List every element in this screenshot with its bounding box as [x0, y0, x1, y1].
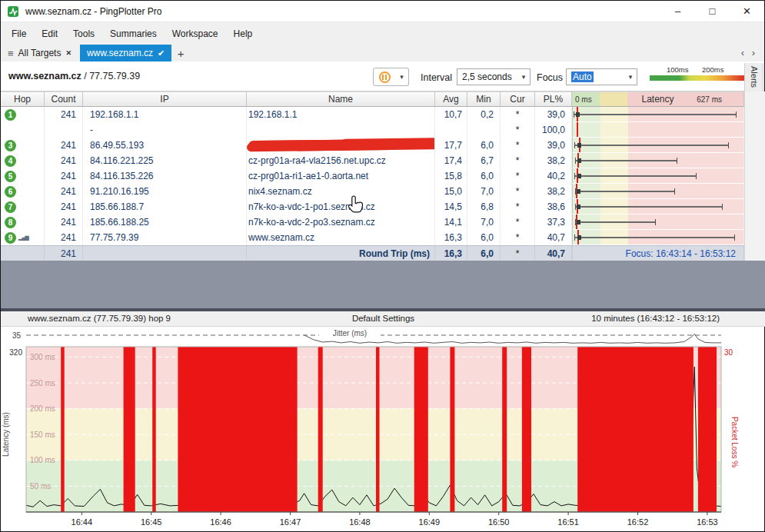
svg-text:16:47: 16:47	[280, 517, 301, 527]
packet-loss-cell: 38,6	[535, 199, 572, 214]
alerts-panel-tab[interactable]: Alerts	[744, 63, 763, 92]
hop-number-badge: 4	[5, 155, 16, 167]
window-title: www.seznam.cz - PingPlotter Pro	[25, 6, 161, 17]
packet-loss-cell: 40,2	[535, 168, 572, 184]
hop-cell: 9▂▄▆	[1, 230, 45, 245]
tab-scroll-right-icon[interactable]: ›	[752, 47, 755, 58]
tab-scroll-left-icon[interactable]: ‹	[741, 47, 744, 58]
window-controls: – □ ✕	[660, 1, 764, 22]
col-header-ip[interactable]: IP	[83, 91, 247, 107]
legend-200ms-label: 200ms	[702, 65, 724, 74]
col-header-name[interactable]: Name	[247, 91, 435, 107]
tab-www-seznam-cz[interactable]: www.seznam.cz ✔	[80, 45, 171, 62]
min-cell	[467, 122, 501, 138]
menu-help[interactable]: Help	[226, 25, 261, 42]
timeline-graph[interactable]: 300 ms250 ms200 ms150 ms100 ms50 ms16:44…	[1, 327, 765, 532]
latency-range-bar	[575, 221, 656, 223]
table-row[interactable]: 524184.116.135.226cz-prg01a-ri1-ae1-0.ao…	[1, 168, 744, 184]
table-row[interactable]: -*100,0	[1, 122, 744, 138]
interval-value: 2,5 seconds	[462, 71, 512, 82]
col-header-cur[interactable]: Cur	[501, 91, 535, 107]
menu-summaries[interactable]: Summaries	[102, 25, 165, 42]
pause-dropdown-button[interactable]: ▾	[395, 68, 409, 86]
latency-avg-marker	[577, 158, 581, 163]
minimize-button[interactable]: –	[660, 1, 695, 22]
table-row[interactable]: 424184.116.221.225cz-prg01a-ra4-vla2156.…	[1, 153, 744, 168]
cur-cell: *	[501, 214, 535, 230]
latency-graph-cell	[572, 184, 744, 199]
table-row[interactable]: 1241192.168.1.1192.168.1.110,70,2*39,0	[1, 107, 744, 122]
svg-text:200 ms: 200 ms	[30, 404, 55, 413]
focus-value: Auto	[571, 71, 594, 82]
latency-range-bar	[574, 237, 735, 238]
count-cell	[45, 122, 83, 138]
menu-workspace[interactable]: Workspace	[165, 25, 226, 42]
ip-cell: 84.116.221.225	[83, 153, 247, 168]
ip-cell: 185.66.188.25	[83, 214, 247, 230]
ip-cell	[83, 246, 247, 261]
latency-graph-cell	[572, 153, 744, 168]
close-icon[interactable]: ✕	[65, 49, 72, 57]
tab-all-targets[interactable]: ≡ All Targets ✕	[1, 45, 78, 62]
name-cell: cz-prg01a-ra4-vla2156.net.upc.cz	[247, 153, 435, 168]
pause-button[interactable]	[373, 68, 396, 86]
hop-rows: 1241192.168.1.1192.168.1.110,70,2*39,0-*…	[1, 107, 744, 245]
app-icon	[7, 5, 19, 18]
avg-cell: 16,3	[435, 246, 467, 261]
col-header-avg[interactable]: Avg	[435, 91, 467, 107]
latency-graph-cell	[572, 199, 744, 214]
hop-cell: 5	[1, 168, 45, 184]
latency-avg-marker	[577, 204, 580, 209]
chevron-down-icon: ▾	[624, 73, 637, 81]
menu-tools[interactable]: Tools	[65, 25, 102, 42]
col-header-latency[interactable]: 0 ms Latency 627 ms	[572, 91, 744, 107]
packet-loss-cell: 40,7	[535, 246, 572, 261]
min-cell: 6,0	[467, 168, 501, 184]
name-cell: 192.168.1.1	[247, 107, 435, 122]
redaction-scribble	[248, 139, 396, 151]
mini-graph-icon[interactable]: ▂▄▆	[18, 230, 28, 245]
table-row[interactable]: 624191.210.16.195nix4.seznam.cz15,07,0*3…	[1, 184, 744, 199]
col-header-hop[interactable]: Hop	[1, 91, 45, 107]
table-row[interactable]: 7241185.66.188.7n7k-ko-a-vdc-1-po1.sezna…	[1, 199, 744, 214]
target-host: www.seznam.cz	[8, 71, 81, 81]
pingplotter-window: www.seznam.cz - PingPlotter Pro – □ ✕ Fi…	[0, 0, 765, 532]
interval-select[interactable]: 2,5 seconds ▾	[457, 68, 531, 85]
svg-text:30: 30	[724, 348, 733, 357]
round-trip-row[interactable]: 241 Round Trip (ms) 16,3 6,0 * 40,7 Focu…	[1, 245, 744, 261]
table-row[interactable]: 9▂▄▆24177.75.79.39www.seznam.cz16,36,0*4…	[1, 230, 744, 245]
check-icon: ✔	[158, 48, 165, 58]
count-cell: 241	[45, 153, 83, 168]
packet-loss-cell: 40,7	[535, 230, 572, 245]
hop-cell: 7	[1, 199, 45, 214]
menu-file[interactable]: File	[4, 25, 34, 42]
svg-text:16:51: 16:51	[557, 517, 579, 527]
ip-cell: -	[83, 122, 247, 138]
col-header-packet-loss[interactable]: PL%	[535, 91, 572, 107]
menu-edit[interactable]: Edit	[34, 25, 65, 42]
min-cell: 6,0	[467, 230, 501, 245]
hop-number-badge: 3	[5, 140, 16, 151]
close-button[interactable]: ✕	[730, 1, 764, 22]
ip-cell: 192.168.1.1	[83, 107, 247, 122]
col-header-min[interactable]: Min	[467, 91, 501, 107]
min-cell: 7,0	[467, 184, 501, 199]
avg-cell: 17,7	[435, 138, 467, 153]
new-tab-button[interactable]: +	[171, 45, 190, 62]
hop-cell: 3	[1, 138, 45, 153]
col-header-count[interactable]: Count	[45, 91, 83, 107]
ip-cell: 77.75.79.39	[83, 230, 247, 245]
avg-cell	[435, 122, 467, 138]
latency-graph-cell	[572, 107, 744, 122]
table-row[interactable]: 324186.49.55.19317,76,0*39,0	[1, 138, 744, 153]
latency-avg-marker	[577, 235, 581, 240]
count-cell: 241	[45, 168, 83, 184]
table-row[interactable]: 8241185.66.188.25n7k-ko-a-vdc-2-po3.sezn…	[1, 214, 744, 230]
name-cell	[247, 138, 435, 153]
focus-select[interactable]: Auto ▾	[566, 68, 637, 85]
latency-avg-marker	[577, 174, 581, 178]
packet-loss-cell: 39,0	[535, 138, 572, 153]
maximize-button[interactable]: □	[695, 1, 730, 22]
hop-number-badge: 6	[5, 186, 16, 198]
hop-cell	[1, 122, 45, 138]
